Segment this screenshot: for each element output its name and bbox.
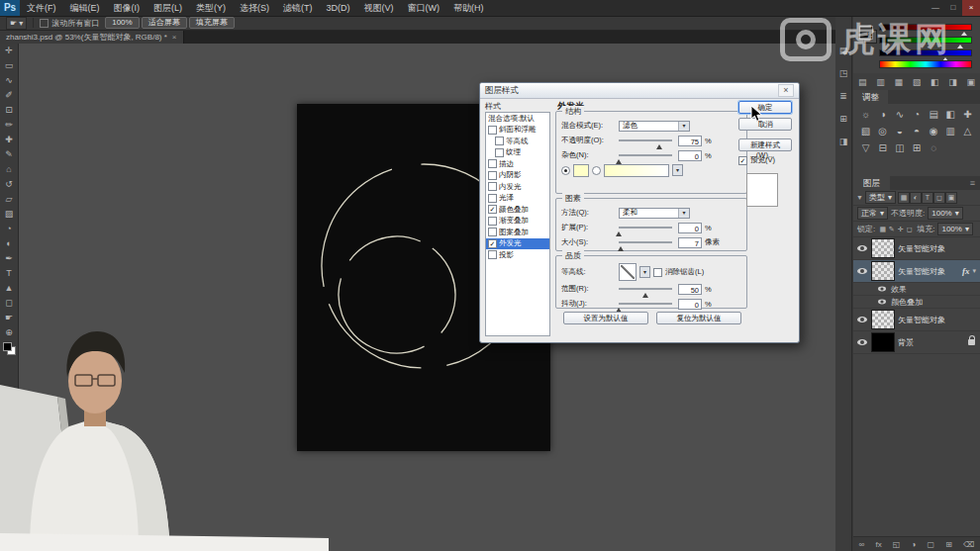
style-item-11[interactable]: ✓外发光 — [486, 238, 549, 250]
blur-tool[interactable]: ◔ — [0, 222, 18, 236]
style-item-1[interactable]: 斜面和浮雕 — [486, 125, 549, 137]
eraser-tool[interactable]: ▱ — [0, 192, 18, 207]
filter-icon[interactable]: ▦ — [898, 192, 910, 204]
slider-thumb-icon[interactable] — [616, 156, 622, 164]
style-item-4[interactable]: 描边 — [486, 158, 549, 170]
adjustment-icon[interactable]: ▥ — [942, 126, 959, 137]
fill-screen-button[interactable]: 填充屏幕 — [189, 17, 235, 29]
quick-select-tool[interactable]: ✐ — [0, 88, 18, 103]
healing-brush-tool[interactable]: ✚ — [0, 133, 18, 147]
swatches-panel-icon[interactable]: ⊞ — [839, 114, 847, 124]
green-slider[interactable] — [879, 37, 972, 44]
brush-tool[interactable]: ✎ — [0, 147, 18, 162]
tool-preset-dropdown[interactable]: ☛ ▾ — [6, 17, 27, 30]
dialog-title-bar[interactable]: 图层样式 × — [480, 83, 799, 99]
lock-option-icon[interactable]: ▦ — [878, 226, 887, 233]
value-input[interactable]: 50 — [678, 284, 702, 295]
chevron-down-icon[interactable]: ▾ — [672, 164, 683, 176]
layer-thumbnail[interactable] — [871, 332, 895, 352]
layer-visibility-toggle[interactable] — [855, 339, 868, 345]
close-button[interactable]: × — [962, 0, 980, 16]
panel-icon-5[interactable]: ◨ — [948, 77, 957, 87]
layer-visibility-toggle[interactable] — [875, 299, 888, 305]
antialias-checkbox[interactable] — [653, 268, 662, 277]
panel-menu-icon[interactable]: ≡ — [970, 178, 980, 188]
layer-visibility-toggle[interactable] — [855, 268, 868, 274]
style-item-checkbox[interactable]: ✓ — [488, 205, 497, 214]
slider[interactable] — [619, 139, 672, 141]
color-radio[interactable] — [561, 166, 570, 175]
hand-tool[interactable]: ☛ — [0, 311, 18, 325]
menu-item-0[interactable]: 文件(F) — [20, 0, 63, 16]
menu-item-5[interactable]: 选择(S) — [233, 0, 276, 16]
style-item-checkbox[interactable] — [488, 159, 497, 168]
panel-icon-3[interactable]: ▧ — [913, 77, 922, 87]
adjustment-icon[interactable]: ∿ — [891, 109, 908, 120]
contour-thumbnail[interactable] — [619, 263, 637, 281]
layer-thumbnail[interactable] — [871, 261, 895, 281]
adjustment-icon[interactable]: ◓ — [908, 126, 925, 137]
crop-tool[interactable]: ⊡ — [0, 103, 18, 118]
preview-checkbox[interactable]: ✓ 预览(V) — [738, 155, 794, 165]
layer-row[interactable]: 矢量智能对象 — [853, 237, 980, 260]
value-input[interactable]: 75 — [678, 136, 702, 146]
glow-color-swatch[interactable] — [573, 164, 589, 177]
style-item-9[interactable]: 渐变叠加 — [486, 216, 549, 228]
slider-thumb-icon[interactable] — [656, 141, 662, 149]
menu-item-9[interactable]: 窗口(W) — [401, 0, 447, 16]
filter-icon[interactable]: T — [922, 192, 933, 204]
style-item-checkbox[interactable] — [488, 228, 497, 236]
lasso-tool[interactable]: ∿ — [0, 73, 18, 88]
slider[interactable] — [619, 227, 672, 229]
menu-item-6[interactable]: 滤镜(T) — [276, 0, 320, 16]
adjustment-icon[interactable]: ◉ — [926, 126, 942, 137]
zoom-100-button[interactable]: 100% — [105, 17, 139, 29]
value-input[interactable]: 0 — [678, 150, 702, 161]
menu-item-3[interactable]: 图层(L) — [147, 0, 189, 16]
filter-kind-dropdown[interactable]: 类型 ▾ — [865, 191, 896, 204]
slider-thumb-icon[interactable] — [642, 290, 648, 298]
collapse-chevron-icon[interactable]: ▾ — [972, 267, 978, 275]
adjustment-icon[interactable]: ◔ — [908, 109, 925, 120]
layer-thumbnail[interactable] — [871, 310, 895, 329]
color-spectrum-bar[interactable] — [879, 60, 972, 68]
adjustment-icon[interactable]: ▧ — [857, 126, 874, 137]
adjustment-icon[interactable]: ◌ — [926, 142, 942, 153]
menu-item-4[interactable]: 类型(Y) — [189, 0, 233, 16]
new-style-button[interactable]: 新建样式(W)... — [738, 138, 792, 151]
style-item-checkbox[interactable]: ✓ — [488, 239, 497, 248]
history-panel-icon[interactable]: ▤ — [839, 46, 848, 55]
layer-row[interactable]: 背景 — [853, 331, 980, 354]
menu-item-10[interactable]: 帮助(H) — [446, 0, 491, 16]
style-item-checkbox[interactable] — [488, 126, 497, 135]
slider-thumb-icon[interactable] — [616, 229, 622, 236]
slider[interactable] — [619, 154, 672, 156]
style-item-checkbox[interactable] — [488, 171, 497, 180]
slider[interactable] — [619, 241, 672, 243]
foreground-color-swatch[interactable] — [3, 342, 12, 351]
adjustment-icon[interactable]: △ — [959, 126, 976, 137]
lock-option-icon[interactable]: ✎ — [887, 226, 896, 233]
history-brush-tool[interactable]: ↺ — [0, 177, 18, 192]
effect-row[interactable]: 颜色叠加 — [853, 296, 980, 309]
app-logo[interactable]: Ps — [0, 0, 20, 16]
slider-thumb-icon[interactable] — [618, 243, 624, 251]
adjustment-icon[interactable]: ◫ — [891, 142, 908, 153]
slider-thumb-icon[interactable] — [961, 29, 967, 36]
path-select-tool[interactable]: ▲ — [0, 281, 18, 296]
style-item-checkbox[interactable] — [488, 182, 497, 191]
adjustment-icon[interactable]: ◎ — [874, 126, 891, 137]
red-slider[interactable] — [879, 24, 972, 31]
foreground-color-swatch[interactable] — [859, 26, 873, 40]
move-tool[interactable]: ✛ — [0, 44, 18, 58]
clone-stamp-tool[interactable]: ⌂ — [0, 162, 18, 177]
type-tool[interactable]: T — [0, 266, 18, 281]
layer-mask-icon[interactable]: ◱ — [893, 540, 901, 549]
filter-icon[interactable]: ▣ — [945, 192, 957, 204]
fit-screen-button[interactable]: 适合屏幕 — [142, 17, 187, 29]
zoom-tool[interactable]: ⊕ — [0, 325, 18, 340]
maximize-button[interactable]: □ — [944, 0, 962, 16]
style-item-7[interactable]: 光泽 — [486, 193, 549, 205]
lock-option-icon[interactable]: ◻ — [905, 226, 914, 233]
style-item-8[interactable]: ✓颜色叠加 — [486, 204, 549, 216]
